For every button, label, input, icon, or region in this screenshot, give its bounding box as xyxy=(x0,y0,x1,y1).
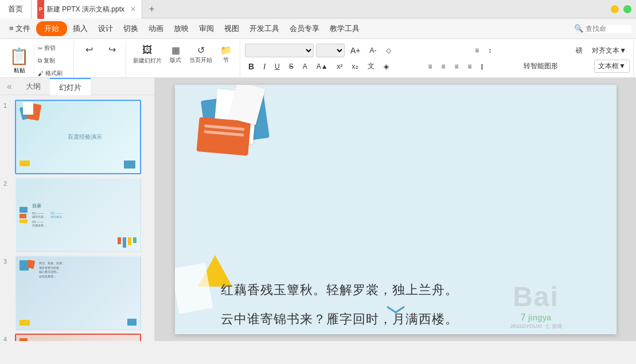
tab-outline[interactable]: 大纲 xyxy=(17,78,50,95)
menu-insert[interactable]: 插入 xyxy=(68,21,92,36)
slide3-text-area: 简洁、美观、实用... 项目背景与目标 核心要点说明... 总结及展望... xyxy=(39,261,136,324)
panel-collapse-button[interactable]: « xyxy=(2,81,17,92)
tab-close-x[interactable]: ✕ xyxy=(130,0,136,18)
font-name-select[interactable] xyxy=(245,44,314,57)
tab-file[interactable]: P 新建 PPTX 演示文稿.pptx ✕ xyxy=(32,0,142,18)
slide3-deco3 xyxy=(19,320,30,326)
cut-copy-format-group: ✂ 剪切 ⧉ 复制 🖌 格式刷 xyxy=(36,42,70,79)
align-center-button[interactable]: ≡ xyxy=(438,61,448,72)
font-size-select[interactable] xyxy=(316,44,345,57)
paste-button[interactable]: 📋 粘贴 xyxy=(6,45,34,77)
slide-num-3: 3 xyxy=(3,256,11,265)
canvas-orange-line1 xyxy=(204,124,244,131)
section-button[interactable]: 📁 节 xyxy=(216,43,236,66)
smart-shape-button[interactable]: 转智能图形 xyxy=(520,60,561,73)
superscript-button[interactable]: x² xyxy=(334,61,346,72)
menu-member[interactable]: 会员专享 xyxy=(285,21,324,36)
tab-add-button[interactable]: + xyxy=(142,0,161,18)
ribbon-slide-group: 🖼 新建幻灯片 ▦ 版式 ↺ 当页开始 📁 节 xyxy=(127,41,240,77)
format-brush-label: 格式刷 xyxy=(45,69,63,77)
slide2-content: 目录 01 ——编写方案... 02 ——项目概况... 03 ——实施进展..… xyxy=(16,179,140,251)
minimize-button[interactable] xyxy=(611,5,619,13)
menu-animation[interactable]: 动画 xyxy=(144,21,168,36)
align-left-button[interactable]: ≡ xyxy=(424,61,435,72)
slide3-deco2 xyxy=(27,260,35,269)
copy-button[interactable]: ⧉ 复制 xyxy=(36,55,70,66)
font-special-button[interactable]: 文 xyxy=(364,60,378,73)
slide-thumb-3[interactable]: 3 简洁、美观、实用... 项目背景与目标 核心要点说明... 总结及展望... xyxy=(3,256,151,330)
slide-preview-1[interactable]: 百度经验演示 xyxy=(15,100,141,174)
col-button[interactable]: ⫿ xyxy=(477,61,487,72)
slide-preview-3[interactable]: 简洁、美观、实用... 项目背景与目标 核心要点说明... 总结及展望... xyxy=(15,256,141,330)
panel-tabs: « 大纲 幻灯片 xyxy=(0,78,154,95)
slide-thumb-1[interactable]: 1 百度经验演示 xyxy=(3,100,151,174)
subscript-button[interactable]: x₂ xyxy=(349,61,362,72)
cut-button[interactable]: ✂ 剪切 xyxy=(36,42,70,54)
section-label: 节 xyxy=(223,56,229,64)
maximize-button[interactable] xyxy=(623,5,631,13)
slide-preview-4[interactable] xyxy=(15,334,141,341)
slide-thumb-4[interactable]: 4 xyxy=(3,334,151,341)
tab-slides[interactable]: 幻灯片 xyxy=(50,78,91,95)
ribbon-undo-group: ↩ ↪ xyxy=(75,41,126,77)
clear-format-button[interactable]: ◇ xyxy=(383,45,395,56)
justify-button[interactable]: ≡ xyxy=(464,61,475,72)
reset-label: 当页开始 xyxy=(189,56,212,64)
canvas-poem: 红藕香残玉簟秋。轻解罗裳，独上兰舟。 云中谁寄锦书来？雁字回时，月满西楼。 花自… xyxy=(221,280,605,334)
menu-file[interactable]: ≡ 文件 xyxy=(5,21,35,36)
tab-bar: 首页 P 新建 PPTX 演示文稿.pptx ✕ + xyxy=(0,0,636,18)
tab-file-name: 新建 PPTX 演示文稿.pptx xyxy=(46,0,124,18)
new-slide-button[interactable]: 🖼 新建幻灯片 xyxy=(131,42,164,66)
line-spacing-button[interactable]: ↕ xyxy=(485,45,495,56)
menu-teaching[interactable]: 教学工具 xyxy=(325,21,364,36)
undo-button[interactable]: ↩ xyxy=(79,42,99,57)
italic-button[interactable]: I xyxy=(260,60,269,73)
font-row2: B I U S A A▲ x² x₂ 文 ◈ ≡ ≡ ≡ ≡ ⫿ 转智能图形 文… xyxy=(245,58,630,74)
window-controls xyxy=(611,5,636,13)
menu-bar: ≡ 文件 开始 插入 设计 切换 动画 放映 审阅 视图 开发工具 会员专享 教… xyxy=(0,18,636,39)
tab-home[interactable]: 首页 xyxy=(0,0,32,18)
slide-canvas[interactable]: 红藕香残玉簟秋。轻解罗裳，独上兰舟。 云中谁寄锦书来？雁字回时，月满西楼。 花自… xyxy=(175,85,617,334)
menu-home[interactable]: 开始 xyxy=(36,21,67,36)
increase-font-button[interactable]: A+ xyxy=(347,44,364,57)
font-size-points[interactable]: 磅 xyxy=(572,44,586,57)
highlight-button[interactable]: A▲ xyxy=(313,61,331,72)
menu-slideshow[interactable]: 放映 xyxy=(169,21,193,36)
slide-num-4: 4 xyxy=(3,334,11,341)
redo-button[interactable]: ↪ xyxy=(102,42,122,57)
slide2-text: 目录 01 ——编写方案... 02 ——项目概况... 03 ——实施进展..… xyxy=(32,203,64,227)
menu-developer[interactable]: 开发工具 xyxy=(245,21,284,36)
poem-line-1: 红藕香残玉簟秋。轻解罗裳，独上兰舟。 xyxy=(221,280,605,300)
font-row1: A+ A- ◇ ≡ ↕ 磅 对齐文本▼ xyxy=(245,42,630,58)
menu-design[interactable]: 设计 xyxy=(93,21,118,36)
slide-thumb-2[interactable]: 2 目录 01 ——编写方案... 02 ——项目概况... xyxy=(3,178,151,252)
decrease-font-button[interactable]: A- xyxy=(366,45,380,56)
cut-label: 剪切 xyxy=(44,44,56,52)
menu-review[interactable]: 审阅 xyxy=(194,21,218,36)
align-text-button[interactable]: 对齐文本▼ xyxy=(588,44,630,57)
layout-label: 版式 xyxy=(170,56,181,64)
search-icon: 🔍 xyxy=(574,24,583,33)
reset-button[interactable]: ↺ 当页开始 xyxy=(187,43,214,66)
copy-label: 复制 xyxy=(44,57,55,65)
align-button[interactable]: ≡ xyxy=(471,45,482,56)
slide2-left-decor xyxy=(19,207,28,223)
new-slide-label: 新建幻灯片 xyxy=(133,57,162,65)
search-input[interactable] xyxy=(586,25,631,33)
bold-button[interactable]: B xyxy=(245,60,257,73)
menu-transition[interactable]: 切换 xyxy=(119,21,143,36)
menu-view[interactable]: 视图 xyxy=(220,21,244,36)
pptx-icon: P xyxy=(37,0,44,19)
layout-button[interactable]: ▦ 版式 xyxy=(165,43,186,66)
font-color-button[interactable]: A xyxy=(299,61,311,72)
slide2-chart xyxy=(118,237,136,248)
layout-icon: ▦ xyxy=(171,45,180,56)
slide-preview-2[interactable]: 目录 01 ——编写方案... 02 ——项目概况... 03 ——实施进展..… xyxy=(15,178,141,252)
text-box-button[interactable]: 文本框▼ xyxy=(594,60,630,73)
fill-color-button[interactable]: ◈ xyxy=(380,61,392,72)
undo-redo-buttons: ↩ ↪ xyxy=(79,42,122,57)
underline-button[interactable]: U xyxy=(271,61,283,72)
slide1-deco-white xyxy=(23,102,33,115)
align-right-button[interactable]: ≡ xyxy=(451,61,462,72)
strikethrough-button[interactable]: S xyxy=(286,61,297,72)
